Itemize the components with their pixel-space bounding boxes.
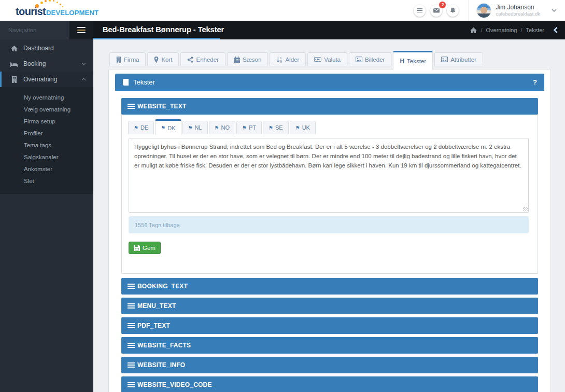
sidebar-item-dashboard[interactable]: Dashboard	[0, 40, 93, 56]
home-icon	[470, 27, 477, 33]
bars-icon	[128, 303, 135, 309]
section-website-info[interactable]: WEBSITE_INFO	[121, 357, 538, 373]
section-menu-text[interactable]: MENU_TEXT	[121, 298, 538, 314]
lang-tab-nl[interactable]: ⚑ NL	[182, 121, 208, 134]
sidebar-subitem-slet[interactable]: Slet	[0, 175, 93, 187]
flag-icon: ⚑	[134, 125, 138, 131]
building-icon	[10, 76, 18, 83]
save-button[interactable]: Gem	[129, 242, 161, 254]
tab-label: Attributter	[450, 57, 476, 63]
sidebar-item-booking[interactable]: Booking	[0, 56, 93, 72]
lang-tab-label: PT	[249, 124, 256, 131]
messages-button[interactable]: 2	[430, 5, 442, 17]
user-menu[interactable]: Jim Johanson cafebedbreakfast.dk	[468, 0, 557, 21]
tab-label: Sæson	[243, 57, 261, 63]
tab-kort[interactable]: Kort	[147, 52, 179, 66]
flag-icon: ⚑	[215, 125, 219, 131]
logo-text-light: DEVELOPMENT	[46, 9, 98, 17]
topbar: tourist DEVELOPMENT 2 Jim Johanson cafeb…	[0, 0, 565, 21]
tab-alder[interactable]: 1 9 Alder	[270, 52, 306, 66]
sidebar-subitem-profiler[interactable]: Profiler	[0, 128, 93, 139]
lang-tab-label: NL	[194, 124, 202, 131]
tab-content-card: Tekster ? WEBSITE_TEXT ⚑ DE ⚑ DK	[108, 69, 551, 392]
share-alt-icon	[187, 57, 193, 63]
section-website-video-code[interactable]: WEBSITE_VIDEO_CODE	[121, 376, 538, 392]
sidebar-toggle-button[interactable]	[69, 21, 93, 39]
section-label: PDF_TEXT	[137, 322, 170, 329]
sidebar-subitem-ny-overnatning[interactable]: Ny overnatning	[0, 92, 93, 104]
money-icon	[314, 57, 321, 62]
tab-label: Enheder	[196, 57, 218, 63]
sidebar: Dashboard Booking Overnatning	[0, 39, 93, 392]
breadcrumb-item[interactable]: Tekster	[526, 27, 544, 33]
bars-icon	[128, 323, 135, 328]
section-website-text[interactable]: WEBSITE_TEXT	[121, 98, 538, 115]
section-label: BOOKING_TEXT	[137, 283, 188, 290]
textarea-resize-handle[interactable]	[523, 207, 528, 212]
breadcrumb: / Overnatning / Tekster	[470, 21, 544, 39]
section-website-facts[interactable]: WEBSITE_FACTS	[121, 337, 538, 354]
entity-tabs: Firma Kort Enheder	[109, 51, 485, 69]
logo-dot	[53, 0, 54, 2]
lang-tab-dk[interactable]: ⚑ DK	[155, 119, 181, 135]
logo-dot	[45, 0, 47, 2]
lang-tab-se[interactable]: ⚑ SE	[263, 121, 289, 134]
lang-tab-pt[interactable]: ⚑ PT	[236, 121, 262, 134]
bed-icon	[10, 61, 18, 67]
tab-billeder[interactable]: Billeder	[349, 52, 391, 66]
sidebar-header: Navigation	[0, 21, 93, 39]
messages-badge: 2	[439, 1, 446, 9]
tasks-button[interactable]	[414, 5, 426, 17]
sidebar-item-label: Dashboard	[23, 45, 54, 52]
chevron-left-icon	[553, 26, 558, 34]
sidebar-subitem-ankomster[interactable]: Ankomster	[0, 163, 93, 175]
breadcrumb-item[interactable]: Overnatning	[486, 27, 517, 33]
text-sections-accordion: WEBSITE_TEXT ⚑ DE ⚑ DK ⚑ NL	[121, 98, 538, 392]
section-label: WEBSITE_VIDEO_CODE	[137, 381, 212, 388]
logo[interactable]: tourist DEVELOPMENT	[16, 6, 98, 18]
section-label: WEBSITE_TEXT	[137, 103, 186, 110]
help-button[interactable]: ?	[533, 78, 537, 86]
notifications-button[interactable]	[447, 5, 459, 17]
sidebar-subitem-tema-tags[interactable]: Tema tags	[0, 139, 93, 151]
tab-tekster[interactable]: H Tekster	[393, 51, 433, 69]
bars-icon	[128, 284, 135, 289]
section-booking-text[interactable]: BOOKING_TEXT	[121, 278, 538, 295]
tab-attributter[interactable]: Attributter	[434, 52, 483, 66]
sidebar-subitem-firma-setup[interactable]: Firma setup	[0, 116, 93, 128]
sidebar-subitem-salgskanaler[interactable]: Salgskanaler	[0, 151, 93, 163]
lang-tab-de[interactable]: ⚑ DE	[128, 121, 154, 134]
sort-numeric-icon: 1 9	[276, 57, 282, 63]
save-button-label: Gem	[143, 245, 156, 251]
section-pdf-text[interactable]: PDF_TEXT	[121, 317, 538, 334]
lang-tab-label: SE	[275, 124, 283, 131]
logo-dot	[56, 2, 58, 3]
lang-tab-no[interactable]: ⚑ NO	[209, 121, 235, 134]
tab-label: Kort	[161, 57, 172, 63]
svg-text:9: 9	[280, 59, 282, 62]
tab-valuta[interactable]: Valuta	[307, 52, 347, 66]
tab-label: Alder	[285, 57, 299, 63]
tab-firma[interactable]: Firma	[109, 52, 146, 66]
collapse-panel-button[interactable]	[553, 26, 558, 34]
flag-icon: ⚑	[269, 125, 273, 131]
language-tabs: ⚑ DE ⚑ DK ⚑ NL ⚑ NO	[128, 119, 317, 134]
tab-enheder[interactable]: Enheder	[180, 52, 225, 66]
flag-icon: ⚑	[242, 125, 247, 131]
flag-icon: ⚑	[295, 125, 300, 131]
logo-text-bold: tourist	[16, 6, 46, 18]
bars-icon	[128, 382, 135, 387]
lang-tab-uk[interactable]: ⚑ UK	[290, 121, 316, 134]
sidebar-subitem-vaelg-overnatning[interactable]: Vælg overnatning	[0, 104, 93, 116]
website-text-textarea[interactable]: Hyggeligt byhus i Bønnerup Strand, indre…	[129, 138, 529, 213]
sidebar-item-overnatning[interactable]: Overnatning	[0, 72, 93, 87]
building-icon	[116, 57, 121, 63]
sidebar-submenu: Ny overnatning Vælg overnatning Firma se…	[0, 87, 93, 194]
picture-icon	[441, 57, 448, 62]
breadcrumb-home[interactable]	[470, 27, 477, 33]
logo-dot	[60, 4, 61, 5]
chevron-down-icon	[552, 9, 557, 12]
bars-icon	[128, 104, 135, 109]
save-icon	[134, 245, 140, 251]
tab-saeson[interactable]: Sæson	[227, 52, 268, 66]
